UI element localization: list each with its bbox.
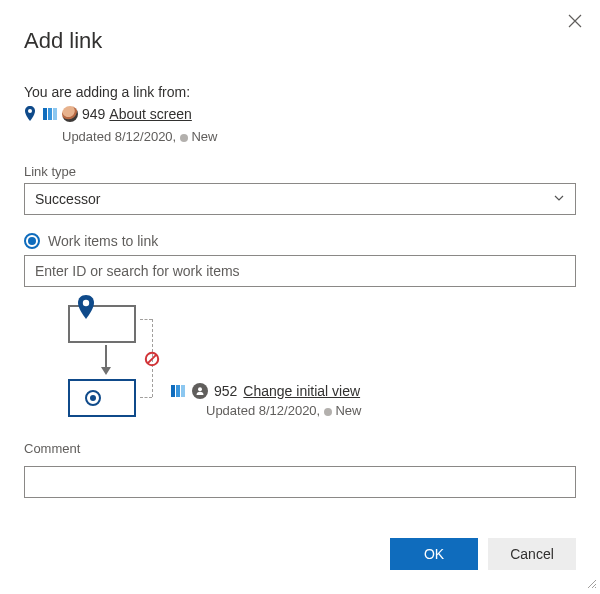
source-link[interactable]: About screen (109, 106, 192, 122)
svg-point-7 (90, 395, 96, 401)
svg-line-14 (588, 580, 596, 588)
prompt-text: You are adding a link from: (24, 84, 576, 100)
pin-icon (24, 106, 38, 125)
radio-selected-icon (24, 233, 40, 249)
close-icon[interactable] (568, 14, 582, 31)
svg-rect-1 (43, 108, 47, 120)
work-items-label: Work items to link (48, 233, 158, 249)
state-dot-icon (180, 134, 188, 142)
linked-updated: Updated 8/12/2020, (206, 403, 320, 418)
epic-icon (42, 106, 58, 122)
arrow-down-icon (100, 345, 112, 380)
svg-point-0 (28, 109, 32, 113)
source-updated: Updated 8/12/2020, (62, 129, 176, 144)
svg-point-4 (83, 300, 89, 306)
linked-state: New (335, 403, 361, 418)
diagram-dash-bottom (140, 397, 152, 398)
ok-button[interactable]: OK (390, 538, 478, 570)
svg-rect-2 (48, 108, 52, 120)
svg-rect-12 (181, 385, 185, 397)
link-type-value: Successor (35, 191, 100, 207)
linked-id: 952 (214, 383, 237, 399)
comment-input[interactable] (24, 466, 576, 498)
source-work-item: 949 About screen (24, 106, 576, 125)
work-items-radio[interactable]: Work items to link (24, 233, 576, 249)
avatar (62, 106, 78, 122)
linked-link[interactable]: Change initial view (243, 383, 360, 399)
resize-grip-icon[interactable] (585, 577, 597, 591)
link-type-label: Link type (24, 164, 576, 179)
epic-icon (170, 383, 186, 399)
linked-work-item: 952 Change initial view (170, 383, 360, 399)
blocked-icon (144, 351, 160, 370)
diagram-pin-icon (76, 295, 96, 324)
link-type-select[interactable]: Successor (24, 183, 576, 215)
svg-rect-10 (171, 385, 175, 397)
work-items-input[interactable] (24, 255, 576, 287)
linked-meta: Updated 8/12/2020, New (206, 403, 361, 418)
source-id: 949 (82, 106, 105, 122)
cancel-button[interactable]: Cancel (488, 538, 576, 570)
diagram-target-box (68, 379, 136, 417)
diagram-dash-top (140, 319, 152, 320)
state-dot-icon (324, 408, 332, 416)
svg-line-9 (148, 355, 157, 364)
unassigned-icon (192, 383, 208, 399)
comment-label: Comment (24, 441, 576, 456)
svg-point-13 (198, 387, 202, 391)
dialog-title: Add link (24, 28, 576, 54)
svg-rect-11 (176, 385, 180, 397)
source-state: New (191, 129, 217, 144)
chevron-down-icon (553, 191, 565, 207)
svg-line-16 (595, 587, 596, 588)
source-meta: Updated 8/12/2020, New (62, 129, 576, 144)
svg-rect-3 (53, 108, 57, 120)
link-diagram: 952 Change initial view Updated 8/12/202… (24, 301, 576, 421)
target-dot-icon (84, 389, 102, 410)
